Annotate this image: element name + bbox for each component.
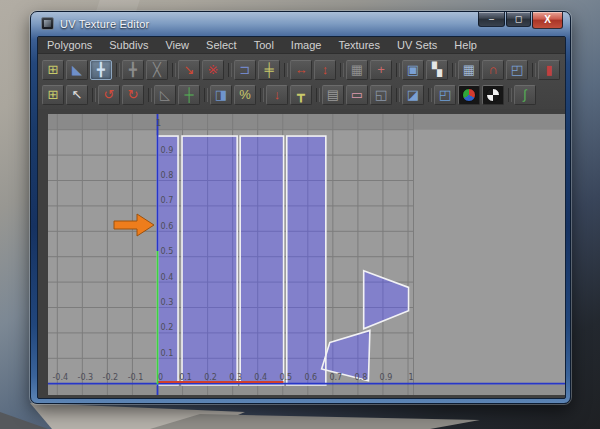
straighten-uv-icon[interactable]: ↓: [266, 85, 288, 105]
toolbar-separator: [529, 61, 537, 79]
close-button[interactable]: X: [532, 12, 563, 29]
maximize-button[interactable]: ◻: [506, 12, 531, 27]
grid-uvs-dim-icon[interactable]: ▦: [346, 60, 368, 80]
u-axis-label: 0.3: [229, 373, 242, 382]
v-axis-label: 0.2: [161, 323, 174, 332]
alpha-channel-icon[interactable]: [482, 85, 504, 105]
app-icon: [41, 17, 54, 30]
align-u-icon[interactable]: ↔: [290, 60, 312, 80]
toolbar-separator: [113, 61, 121, 79]
u-axis-label: 0.4: [254, 373, 267, 382]
v-axis-label: 0.7: [161, 196, 174, 205]
menu-item-subdivs[interactable]: Subdivs: [109, 37, 148, 54]
outside-uv-band-top: [48, 114, 565, 130]
menu-item-view[interactable]: View: [165, 37, 189, 54]
u-axis-label: -0.3: [78, 373, 94, 382]
checker-display-icon[interactable]: ▚: [426, 60, 448, 80]
v-axis-label: 0.5: [161, 247, 174, 256]
move-piece-icon[interactable]: ◨: [210, 85, 232, 105]
isolate-layers-icon[interactable]: ◰: [434, 85, 456, 105]
toolbar-separator: [313, 86, 321, 104]
toolbar-separator: [281, 61, 289, 79]
client-area: PolygonsSubdivsViewSelectToolImageTextur…: [37, 36, 566, 399]
cut-uv-edge-icon[interactable]: ↘: [178, 60, 200, 80]
pinch-uv-tool-icon[interactable]: ╳: [146, 60, 168, 80]
toolbar-row-1: ⊞◣╋╋╳↘※⊐╪↔↕▦+▣▚▦∩◰▮: [41, 57, 565, 82]
u-axis-label: 0.1: [179, 373, 192, 382]
v-axis-label: 0.4: [161, 273, 174, 282]
untangle-icon[interactable]: ∫: [514, 85, 536, 105]
outside-uv-band-bottom: [48, 385, 565, 395]
menu-item-uv-sets[interactable]: UV Sets: [397, 37, 437, 54]
smear-uv-tool-icon[interactable]: ╋: [122, 60, 144, 80]
menu-item-textures[interactable]: Textures: [338, 37, 380, 54]
window-title: UV Texture Editor: [60, 12, 149, 36]
move-uv-shell-icon[interactable]: ╋: [90, 60, 112, 80]
uv-canvas-svg: -0.5-0.4-0.3-0.2-0.100.10.20.30.40.50.60…: [48, 114, 565, 395]
align-v-icon[interactable]: ↕: [314, 60, 336, 80]
aspect-ratio-icon[interactable]: %: [234, 85, 256, 105]
distribute-uv-icon[interactable]: ┳: [290, 85, 312, 105]
uv-shell-strip: [182, 136, 237, 385]
scale-axis-icon[interactable]: ┼: [178, 85, 200, 105]
toolbar-separator: [257, 86, 265, 104]
v-axis-label: 0.9: [161, 146, 174, 155]
relax-brush-icon[interactable]: ▭: [346, 85, 368, 105]
u-axis-label: -0.1: [128, 373, 144, 382]
window-controls: – ◻ X: [477, 12, 563, 29]
pixel-snap-icon[interactable]: ▦: [458, 60, 480, 80]
magnet-snap-icon[interactable]: ∩: [482, 60, 504, 80]
stack-dim-icon[interactable]: ◱: [370, 85, 392, 105]
select-shell-tool-icon[interactable]: ↖: [66, 85, 88, 105]
v-axis-label: 0.6: [161, 222, 174, 231]
sew-uv-edge-icon[interactable]: ※: [202, 60, 224, 80]
uv-shell-strip: [287, 136, 326, 385]
u-axis-label: 0: [158, 373, 163, 382]
menu-item-help[interactable]: Help: [454, 37, 477, 54]
menu-item-polygons[interactable]: Polygons: [47, 37, 92, 54]
title-bar[interactable]: UV Texture Editor – ◻ X: [31, 12, 570, 36]
minimize-button[interactable]: –: [478, 12, 505, 27]
toolbar-separator: [393, 86, 401, 104]
uv-canvas[interactable]: -0.5-0.4-0.3-0.2-0.100.10.20.30.40.50.60…: [48, 114, 565, 395]
unfold-uv-icon[interactable]: ╪: [258, 60, 280, 80]
toolbar-separator: [505, 86, 513, 104]
rotate-cw-icon[interactable]: ↻: [122, 85, 144, 105]
u-axis-label: -0.4: [52, 373, 68, 382]
layer-blend-icon[interactable]: ◰: [506, 60, 528, 80]
toolbar-separator: [449, 61, 457, 79]
menu-item-tool[interactable]: Tool: [254, 37, 274, 54]
lattice-deform-icon[interactable]: ⊞: [42, 60, 64, 80]
rgb-channels-icon-glyph: [462, 88, 476, 102]
toolbar-separator: [145, 86, 153, 104]
image-display-icon[interactable]: ▣: [402, 60, 424, 80]
menu-item-select[interactable]: Select: [206, 37, 237, 54]
toolbar-separator: [337, 61, 345, 79]
u-axis-label: 0.6: [304, 373, 317, 382]
u-axis-label: 0.9: [380, 373, 393, 382]
uv-shell-strip: [240, 136, 283, 385]
menu-bar: PolygonsSubdivsViewSelectToolImageTextur…: [38, 37, 565, 54]
toolbar-separator: [393, 61, 401, 79]
v-axis-label-one: 1: [156, 119, 161, 128]
lattice-tool-icon[interactable]: ⊞: [42, 85, 64, 105]
u-axis-label: 0.2: [204, 373, 217, 382]
u-axis-label: 0.8: [355, 373, 368, 382]
u-axis-label: 0.7: [329, 373, 342, 382]
grid-select-icon[interactable]: ▤: [322, 85, 344, 105]
add-shell-icon[interactable]: +: [370, 60, 392, 80]
menu-item-image[interactable]: Image: [291, 37, 322, 54]
u-axis-label: -0.2: [103, 373, 119, 382]
flip-dim-icon[interactable]: ◺: [154, 85, 176, 105]
rgb-channels-icon[interactable]: [458, 85, 480, 105]
edit-image-icon[interactable]: ◪: [402, 85, 424, 105]
toolbar-separator: [89, 86, 97, 104]
flip-shell-icon[interactable]: ◣: [66, 60, 88, 80]
toolbar-separator: [425, 86, 433, 104]
rotate-ccw-icon[interactable]: ↺: [98, 85, 120, 105]
fold-uv-icon[interactable]: ⊐: [234, 60, 256, 80]
v-axis-label: 0.1: [161, 349, 174, 358]
edge-color-icon[interactable]: ▮: [538, 60, 560, 80]
toolbar-separator: [225, 61, 233, 79]
u-axis-label: 0.5: [279, 373, 292, 382]
